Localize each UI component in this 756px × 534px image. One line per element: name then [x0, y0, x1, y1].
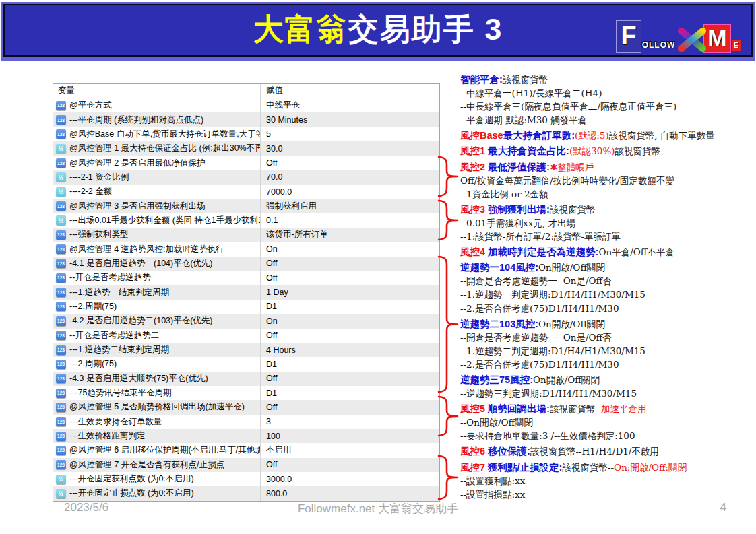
annotation-line: 風控2 最低淨值保護:✱整體帳戶 — [460, 160, 754, 174]
table-row[interactable]: ½@风控管理 1 最大持仓保证金占比 (例:超出30%不再开新仓)30.0 — [53, 141, 439, 156]
param-value[interactable]: Off — [260, 372, 439, 386]
group-brace — [437, 156, 460, 197]
table-row[interactable]: 123-4.2 是否启用逆趋势二(103)平仓(优先)On — [53, 314, 439, 328]
annotation-text: 該視窗貨幣 — [550, 204, 596, 215]
annotation-text: --2.是否合併考慮(75)D1/H4/H1/M30 — [460, 303, 619, 314]
table-row[interactable]: 123---2.周期(75)D1 — [53, 357, 439, 371]
param-value[interactable]: D1 — [260, 386, 439, 400]
table-row[interactable]: 123--开仓是否考虑逆趋势一Off — [53, 271, 439, 285]
annotation-group: 風控Base最大持倉訂單數:(默認:5)該視窗貨幣, 自動下單數量 — [460, 129, 754, 142]
annotation-group: 風控7 獲利點/止損設定:該視窗貨幣--On:開啟/Off:關閉--設置獲利點:… — [460, 461, 754, 501]
annotation-text: On平倉/Off不平倉 — [598, 246, 674, 257]
param-value[interactable]: 30 Minutes — [260, 112, 439, 127]
banner-inner: 大富翁交易助手 3 F OLLOW M — [3, 4, 753, 57]
logo-letter-f: F — [616, 20, 641, 53]
table-row[interactable]: 123---生效价格距离判定100 — [53, 429, 439, 443]
table-row[interactable]: 123@风控管理 6 启用移位保护周期(不启用:马丁/其他:趋势策略)不启用 — [53, 443, 439, 457]
table-row[interactable]: 123---1.逆趋势二结束判定周期4 Hours — [53, 343, 439, 357]
annotation-text: 風控5 — [460, 403, 488, 414]
param-value[interactable]: 3 — [260, 415, 439, 429]
table-row[interactable]: 123@平仓方式中线平仓 — [53, 98, 439, 112]
param-value[interactable]: 30.0 — [260, 141, 439, 156]
param-value[interactable]: 不启用 — [260, 443, 439, 457]
annotation-text: 該視窗貨幣-- — [562, 462, 614, 473]
table-row[interactable]: 123-4.3 是否启用逆大顺势(75)平仓(优先)Off — [53, 372, 439, 386]
param-value[interactable]: 0.1 — [260, 213, 439, 228]
table-row[interactable]: ½----2-1 资金比例70.0 — [53, 170, 439, 185]
param-name-cell: 123--开仓是否考虑逆趋势二 — [53, 330, 260, 341]
param-value[interactable]: Off — [260, 271, 439, 285]
param-value[interactable]: Off — [260, 458, 439, 472]
table-row[interactable]: 123---75趋势讯号结束平仓周期D1 — [53, 386, 439, 400]
table-row[interactable]: ½----2-2 金额7000.0 — [53, 185, 439, 199]
param-value[interactable]: 4 Hours — [260, 343, 439, 357]
table-row[interactable]: ½---开仓固定止损点数 (为0:不启用)800.0 — [53, 486, 439, 500]
table-row[interactable]: 123---生效要求持仓订单数量3 — [53, 415, 439, 429]
table-row[interactable]: 123@风控管理 4 逆趋势风控:加载时逆势执行On — [53, 242, 439, 256]
table-row[interactable]: 123---2.周期(75)D1 — [53, 300, 439, 314]
param-value[interactable]: 中线平仓 — [260, 98, 439, 112]
param-value[interactable]: 100 — [260, 429, 439, 443]
annotation-text: (默認30%) — [569, 145, 615, 156]
param-type-icon: 123 — [56, 230, 66, 240]
param-name: @风控管理 1 最大持仓保证金占比 (例:超出30%不再开新仓) — [69, 143, 260, 154]
annotation-text: --要求持倉地單數量:3 /--生效價格判定:100 — [460, 430, 635, 441]
annotation-text: 風控7 — [460, 462, 488, 473]
param-value[interactable]: D1 — [260, 300, 439, 314]
param-type-icon: 123 — [56, 259, 66, 268]
annotation-line: 逆趨勢一104風控:On開啟/Off關閉 — [460, 261, 754, 274]
param-value[interactable]: On — [260, 242, 439, 256]
footer: 2023/5/6 Followmefx.net 大富翁交易助手 4 — [0, 501, 756, 516]
annotation-line: 逆趨勢三75風控:On開啟/Off關閉 — [460, 373, 754, 387]
param-value[interactable]: 3000.0 — [260, 472, 439, 486]
param-value[interactable]: 5 — [260, 127, 439, 141]
annotation-line: --1資金比例 or 2金額 — [460, 187, 754, 201]
annotation-text: On開啟/Off關閉 — [538, 319, 605, 329]
param-value[interactable]: D1 — [260, 357, 439, 371]
param-value[interactable]: 7000.0 — [260, 185, 439, 199]
param-type-icon: 123 — [56, 288, 66, 297]
table-row[interactable]: 123--开仓是否考虑逆趋势二Off — [53, 329, 439, 343]
table-row[interactable]: 123---强制获利类型该货币-所有订单 — [53, 228, 439, 242]
table-row[interactable]: 123-4.1 是否启用逆趋势一(104)平仓(优先)Off — [53, 257, 439, 271]
param-value[interactable]: 该货币-所有订单 — [260, 228, 439, 242]
param-value[interactable]: Off — [260, 257, 439, 271]
table-row[interactable]: ½---出场0.01手最少获利金额 (类同 持仓1手最少获利10)0.1 — [53, 213, 439, 228]
param-value[interactable]: Off — [260, 400, 439, 414]
param-type-icon: 123 — [56, 389, 66, 398]
footer-site-title: Followmefx.net 大富翁交易助手 — [0, 501, 756, 516]
annotation-group: 逆趨勢二103風控:On開啟/Off關閉--開倉是否考慮逆趨勢一 On是/Off… — [460, 317, 754, 371]
param-name: -4.3 是否启用逆大顺势(75)平仓(优先) — [69, 373, 208, 385]
param-name: ---出场0.01手最少获利金额 (类同 持仓1手最少获利10) — [69, 215, 260, 226]
table-row[interactable]: 123@风控管理 5 是否顺势价格回调出场(加速平仓)Off — [53, 400, 439, 414]
param-name: ---开仓固定止损点数 (为0:不启用) — [69, 488, 194, 499]
param-name: -4.2 是否启用逆趋势二(103)平仓(优先) — [69, 315, 213, 327]
param-name: @风控管理 6 启用移位保护周期(不启用:马丁/其他:趋势策略) — [69, 444, 260, 456]
param-value[interactable]: 800.0 — [260, 486, 439, 500]
table-row[interactable]: 123@风控管理 3 是否启用强制获利出场强制获利启用 — [53, 199, 439, 213]
param-name-cell: 123-4.3 是否启用逆大顺势(75)平仓(优先) — [53, 373, 260, 385]
param-value[interactable]: 1 Day — [260, 285, 439, 299]
param-name: ----2-1 资金比例 — [69, 172, 129, 183]
table-row[interactable]: 123---1.逆趋势一结束判定周期1 Day — [53, 285, 439, 299]
param-value[interactable]: On — [260, 314, 439, 328]
annotation-line: 風控5 順勢回調出場:該視窗貨幣 加速平倉用 — [460, 402, 754, 415]
param-name-cell: 123@风控管理 4 逆趋势风控:加载时逆势执行 — [53, 244, 260, 255]
table-row[interactable]: 123@风控Base 自动下单,货币最大持仓订单数量,大于等于此值?..5 — [53, 127, 439, 141]
param-type-icon: 123 — [56, 244, 66, 254]
table-row[interactable]: 123@风控管理 7 开仓是否含有获利点/止损点Off — [53, 458, 439, 472]
table-row[interactable]: 123---平仓周期 (系统判别相对高点低点)30 Minutes — [53, 112, 439, 127]
param-value[interactable]: Off — [260, 156, 439, 170]
table-row[interactable]: ½---开仓固定获利点数 (为0:不启用)3000.0 — [53, 472, 439, 486]
group-brace — [437, 199, 460, 241]
column-header-variable: 变量 — [53, 85, 260, 96]
param-value[interactable]: 70.0 — [260, 170, 439, 185]
annotation-group: 逆趨勢一104風控:On開啟/Off關閉--開倉是否考慮逆趨勢一 On是/Off… — [460, 261, 754, 314]
annotation-text: (默認:5) — [575, 130, 609, 141]
table-row[interactable]: 123@风控管理 2 是否启用最低净值保护Off — [53, 156, 439, 170]
param-value[interactable]: 强制获利启用 — [260, 199, 439, 213]
annotation-text: --平倉週期 默認:M30 觸發平倉 — [460, 114, 587, 125]
param-value[interactable]: Off — [260, 329, 439, 343]
annotation-line: --1.逆趨勢一判定週期:D1/H4/H1/M30/M15 — [460, 288, 754, 301]
param-name-cell: 123-4.2 是否启用逆趋势二(103)平仓(优先) — [53, 315, 260, 327]
